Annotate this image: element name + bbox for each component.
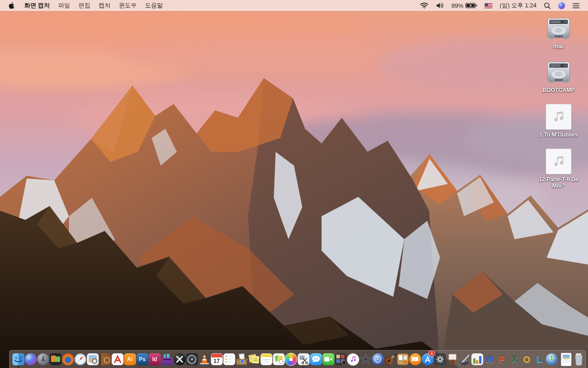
dock-outlook[interactable]: O <box>520 351 533 368</box>
menu-help[interactable]: 도움말 <box>141 0 167 11</box>
dock-garageband[interactable] <box>384 351 396 368</box>
dock-photo-booth[interactable] <box>334 351 347 368</box>
dock-facetime[interactable] <box>322 351 334 368</box>
pinwheel-center <box>289 358 293 361</box>
dock-calendar[interactable]: 17 <box>210 351 223 368</box>
dock: Ai Ps Id <box>9 350 586 368</box>
menu-edit[interactable]: 편집 <box>74 0 95 11</box>
menu-bar: 화면 캡처 파일 편집 캡처 윈도우 도움말 99% <box>0 0 588 11</box>
blue-bar <box>479 356 481 363</box>
dock-ibooks[interactable] <box>409 351 421 368</box>
dock-stickies[interactable] <box>248 351 260 368</box>
apple-logo-icon <box>8 2 15 9</box>
facetime-camera-icon <box>322 353 334 365</box>
photo-booth-icon <box>335 353 347 365</box>
badge-disc <box>240 359 244 363</box>
dock-lync[interactable]: L <box>533 351 545 368</box>
dock-pages[interactable] <box>458 351 471 368</box>
orange-chip <box>403 361 407 363</box>
hard-drive-icon <box>546 17 571 41</box>
dock-photoshop[interactable]: Ps <box>136 351 148 368</box>
dock-vlc[interactable] <box>198 351 210 368</box>
firefox-icon <box>62 353 74 365</box>
book-spine <box>99 353 101 365</box>
dock-finder[interactable] <box>12 351 24 368</box>
dock-powerpoint[interactable]: P <box>496 351 508 368</box>
dock-toast-titanium[interactable] <box>161 351 173 368</box>
dock-idvd[interactable] <box>372 351 384 368</box>
dock-preview[interactable] <box>86 351 99 368</box>
wifi-icon[interactable] <box>416 0 432 11</box>
dock-disk-utility-app[interactable] <box>186 351 198 368</box>
desktop-icon-audio-file-1[interactable]: 1 Tu M'Oublies <box>539 104 578 138</box>
dock-trash[interactable] <box>572 351 585 368</box>
apple-menu[interactable] <box>0 0 20 11</box>
menu-window[interactable]: 윈도우 <box>115 0 141 11</box>
scissors <box>301 357 309 364</box>
dock-web-downloader[interactable] <box>545 351 558 368</box>
menu-capture[interactable]: 캡처 <box>95 0 115 11</box>
dock-screen-capture[interactable] <box>297 351 310 368</box>
dock-excel[interactable]: X <box>508 351 520 368</box>
idvd-disc-icon <box>372 353 384 365</box>
dark-disc-icon <box>186 353 198 365</box>
dock-messages[interactable] <box>310 351 322 368</box>
dock-unarchiver[interactable] <box>235 351 248 368</box>
dock-keynote[interactable] <box>446 351 458 368</box>
spotlight-search-icon[interactable] <box>540 0 554 11</box>
safari-compass-icon <box>74 353 86 365</box>
dock-display-mirroring-app[interactable] <box>49 351 62 368</box>
dock-app-store[interactable]: 4 <box>421 351 434 368</box>
dock-itunes[interactable] <box>347 351 359 368</box>
notes-header <box>261 354 272 357</box>
lync-l-letter: L <box>533 353 545 366</box>
drive-label: mac <box>553 43 564 50</box>
dock-photos[interactable] <box>285 351 297 368</box>
desktop-icon-mac-drive[interactable]: mac <box>546 17 571 50</box>
siri-menu-icon[interactable] <box>554 0 569 11</box>
menu-bar-clock[interactable]: (일) 오후 1:24 <box>496 0 540 11</box>
desktop-icon-bootcamp-drive[interactable]: BOOTCAMP <box>543 60 575 93</box>
menu-file[interactable]: 파일 <box>54 0 74 11</box>
app-store-badge: 4 <box>428 351 435 356</box>
dock-imovie[interactable] <box>359 351 372 368</box>
photos-pinwheel-icon <box>285 353 297 366</box>
dock-numbers[interactable] <box>471 351 483 368</box>
volume-icon[interactable] <box>432 0 448 11</box>
input-language-us-flag-icon[interactable] <box>481 0 496 11</box>
notification-center-icon[interactable] <box>569 0 583 11</box>
dock-siri[interactable] <box>24 351 37 368</box>
dock-corkboard-app[interactable] <box>396 351 409 368</box>
dock-document-file[interactable] <box>560 351 572 368</box>
dock-acrobat-reader[interactable] <box>111 351 124 368</box>
running-indicator <box>303 366 304 368</box>
siri-icon <box>25 353 37 365</box>
dock-system-preferences[interactable] <box>434 351 446 368</box>
dock-safari[interactable] <box>74 351 86 368</box>
screens-icon <box>50 353 62 365</box>
dock-contacts[interactable] <box>99 351 111 368</box>
dock-illustrator[interactable]: Ai <box>124 351 136 368</box>
corkboard-icon <box>397 353 409 365</box>
dock-image-cards-app[interactable] <box>272 351 285 368</box>
illustrator-icon: Ai <box>124 353 136 365</box>
dock-indesign[interactable]: Id <box>148 351 161 368</box>
indesign-icon: Id <box>149 353 161 365</box>
clock-badge <box>279 359 283 364</box>
battery-status[interactable]: 99% <box>448 0 481 11</box>
doc-line <box>563 362 568 363</box>
app-menu-title[interactable]: 화면 캡처 <box>20 0 54 11</box>
desktop-icon-audio-file-2[interactable]: 12 Parle-T-Il De Moi? <box>535 149 582 189</box>
note-line <box>263 362 269 362</box>
reminder-row <box>226 358 233 360</box>
dock-x-converter-app[interactable] <box>173 351 186 368</box>
dock-launchpad[interactable] <box>37 351 49 368</box>
dock-firefox[interactable] <box>62 351 74 368</box>
audio-file-icon <box>546 149 571 174</box>
notes-icon <box>260 353 272 365</box>
contacts-book-icon <box>99 353 111 365</box>
battery-charging-icon <box>465 3 477 8</box>
dock-notes[interactable] <box>260 351 272 368</box>
dock-reminders[interactable] <box>223 351 235 368</box>
dock-word[interactable]: W <box>483 351 496 368</box>
